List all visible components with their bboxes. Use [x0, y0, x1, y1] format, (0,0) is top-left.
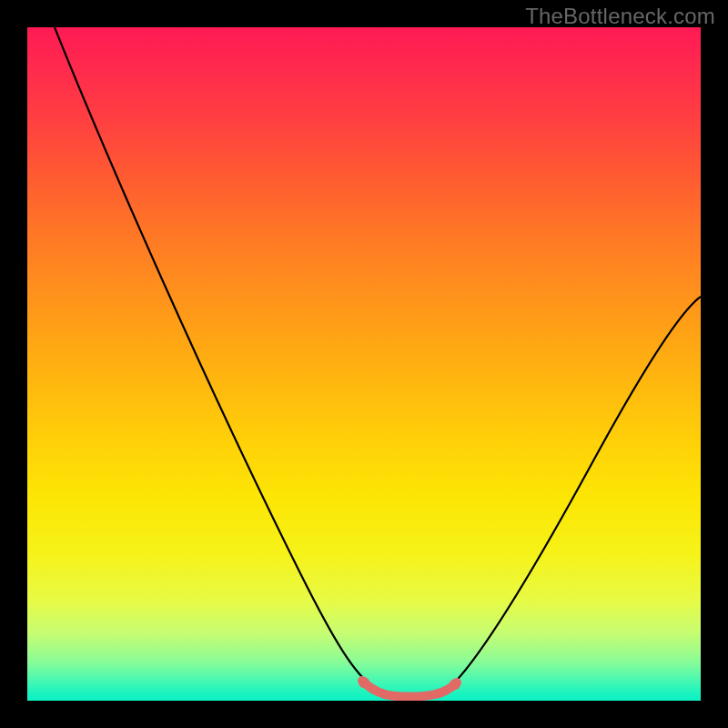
- plot-area: [27, 27, 701, 701]
- highlight-end-dot: [450, 679, 460, 690]
- watermark-text: TheBottleneck.com: [525, 4, 715, 29]
- bottleneck-curve: [55, 27, 701, 697]
- curve-layer: [27, 27, 701, 701]
- plot-frame: [27, 27, 701, 701]
- chart-container: TheBottleneck.com: [0, 0, 728, 728]
- highlight-segment: [362, 681, 457, 697]
- highlight-start-dot: [359, 677, 369, 688]
